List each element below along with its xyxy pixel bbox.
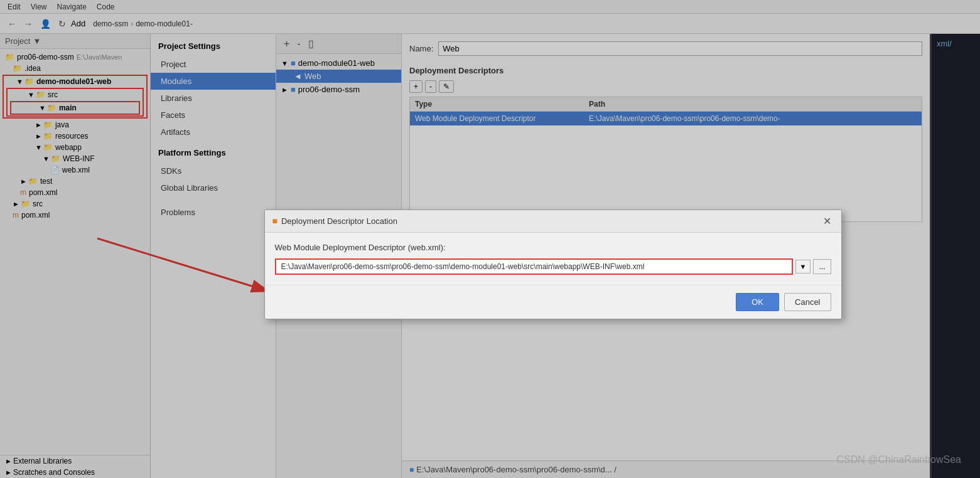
- dialog-titlebar: ■ Deployment Descriptor Location ✕: [265, 210, 841, 233]
- dialog-title-text: Deployment Descriptor Location: [281, 216, 397, 226]
- dialog-footer: OK Cancel: [265, 285, 841, 319]
- descriptor-path-input[interactable]: [275, 258, 793, 275]
- browse-button[interactable]: ...: [813, 259, 831, 274]
- dialog-icon: ■: [272, 216, 277, 226]
- dialog-label: Web Module Deployment Descriptor (web.xm…: [275, 243, 831, 252]
- deployment-descriptor-dialog: ■ Deployment Descriptor Location ✕ Web M…: [264, 210, 842, 319]
- dialog-close-button[interactable]: ✕: [821, 215, 834, 227]
- cancel-button[interactable]: Cancel: [784, 293, 831, 311]
- dropdown-arrow-button[interactable]: ▼: [795, 260, 811, 274]
- dialog-input-row: ▼ ...: [275, 258, 831, 275]
- dialog-overlay: ■ Deployment Descriptor Location ✕ Web M…: [0, 0, 980, 478]
- ok-button[interactable]: OK: [736, 293, 779, 311]
- dialog-body: Web Module Deployment Descriptor (web.xm…: [265, 233, 841, 285]
- dialog-title: ■ Deployment Descriptor Location: [272, 216, 397, 226]
- watermark: CSDN @ChinaRainbowSea: [836, 454, 961, 465]
